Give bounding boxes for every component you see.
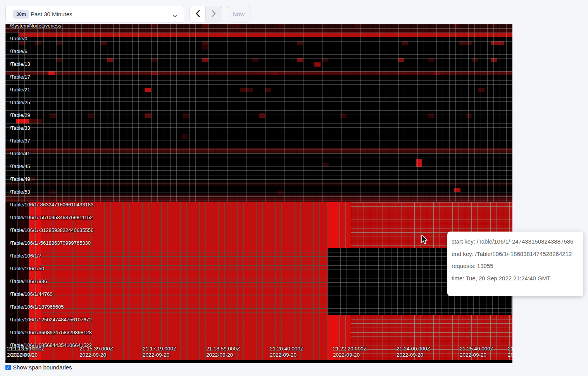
span-boundaries-row: ✓ Show span boundaries [5,364,72,371]
heatmap-rect [351,315,512,360]
heatmap-grid-overlay [5,24,512,202]
time-range-label: Past 30 Minutes [31,11,72,17]
chevron-down-icon [172,12,178,19]
chevron-right-icon [212,10,216,19]
heatmap-rect [29,202,41,360]
next-window-button[interactable] [206,6,222,22]
key-visualizer-page: 30m Past 30 Minutes Now /System/NodeLive… [0,0,588,376]
key-visualizer-heatmap[interactable]: /System/NodeLiveness/Table/0/Table/6/Tab… [5,24,512,363]
show-span-boundaries-checkbox[interactable]: ✓ [5,365,11,370]
show-span-boundaries-label: Show span boundaries [13,364,72,371]
hover-tooltip: start key: /Table/106/1/-247433150824388… [447,232,583,296]
heatmap-rect [41,315,328,360]
time-range-badge: 30m [13,10,29,19]
time-range-dropdown[interactable]: 30m Past 30 Minutes [5,6,184,22]
heatmap-rect [41,202,328,248]
heatmap-rect [41,248,328,315]
heatmap-rect [339,315,351,360]
prev-window-button[interactable] [190,6,206,22]
tooltip-time: time: Tue, 20 Sep 2022 21:24:40 GMT [452,275,583,282]
time-nav-group [190,6,222,22]
heatmap-rect [328,315,339,360]
tooltip-start-key: start key: /Table/106/1/-247433150824388… [452,238,583,245]
heatmap-rect [5,202,17,360]
chevron-left-icon [196,10,200,19]
heatmap-rect [328,202,339,248]
heatmap-rect [339,202,351,248]
tooltip-requests: requests: 13055 [452,263,583,269]
heatmap-rect [17,202,29,360]
tooltip-end-key: end key: /Table/106/1/-18683814745282642… [452,251,583,257]
now-button[interactable]: Now [227,6,250,22]
